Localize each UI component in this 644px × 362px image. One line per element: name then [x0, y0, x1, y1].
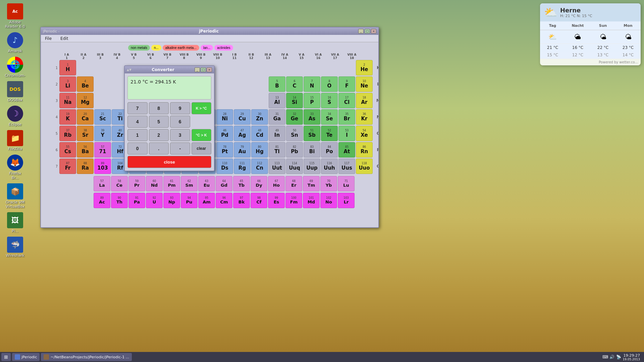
converter-titlebar[interactable]: ▲▼ Converter _ □ ×	[125, 66, 214, 73]
element-Cf[interactable]: 98Cf	[251, 193, 267, 208]
key-1[interactable]: 1	[127, 129, 148, 141]
element-Ag[interactable]: 47Ag	[234, 126, 251, 141]
element-Pr[interactable]: 59Pr	[128, 176, 145, 191]
element-I[interactable]: 53I	[338, 126, 355, 141]
element-Rg[interactable]: 111Rg	[234, 159, 251, 174]
element-Li[interactable]: 3Li	[59, 76, 76, 92]
desktop-icon-amarok[interactable]: ♪ Amarok	[2, 32, 29, 53]
element-Pb[interactable]: 82Pb	[286, 142, 303, 158]
key-ktoc[interactable]: K > °C	[192, 102, 212, 114]
element-Md[interactable]: 101Md	[303, 193, 320, 208]
element-Bk[interactable]: 97Bk	[233, 193, 250, 208]
converter-close-btn[interactable]: ×	[207, 67, 212, 72]
element-Th[interactable]: 90Th	[111, 193, 128, 208]
element-Tb[interactable]: 65Tb	[233, 176, 250, 191]
minimize-button[interactable]: _	[358, 29, 364, 34]
element-Kr[interactable]: 36Kr	[356, 109, 373, 125]
element-Au[interactable]: 79Au	[234, 142, 251, 158]
desktop-icon-virtualbox[interactable]: 📦 Oracle VMVirtualBox	[2, 183, 29, 209]
close-button[interactable]: ×	[371, 29, 376, 34]
element-Fr[interactable]: 87Fr	[59, 159, 76, 174]
element-K[interactable]: 19K	[59, 109, 76, 125]
element-N[interactable]: 7N	[304, 76, 320, 92]
close-button[interactable]: close	[127, 156, 211, 168]
tab-non-metals[interactable]: non metals	[128, 45, 150, 51]
element-Pm[interactable]: 61Pm	[163, 176, 180, 191]
key-4[interactable]: 4	[127, 116, 148, 128]
element-Tl[interactable]: 81Tl	[269, 142, 285, 158]
element-Fm[interactable]: 100Fm	[285, 193, 302, 208]
element-Sc[interactable]: 21Sc	[94, 109, 111, 125]
menu-edit[interactable]: Edit	[58, 36, 71, 42]
element-Eu[interactable]: 63Eu	[198, 176, 215, 191]
key-0[interactable]: 0	[127, 142, 148, 155]
element-C[interactable]: 6C	[286, 76, 303, 92]
element-Al[interactable]: 13Al	[269, 93, 285, 108]
taskbar-item-jperiodic[interactable]: jPeriodic	[12, 353, 40, 361]
element-H[interactable]: 1H	[59, 60, 76, 75]
element-Uup[interactable]: 115Uup	[304, 159, 320, 174]
element-Ba[interactable]: 56Ba	[77, 142, 94, 158]
element-At[interactable]: 85At	[338, 142, 355, 158]
element-Pt[interactable]: 78Pt	[216, 142, 233, 158]
element-Br[interactable]: 35Br	[338, 109, 355, 125]
key-neg[interactable]: -	[170, 142, 190, 155]
desktop-icon-pic[interactable]: 🖼 Pi...	[2, 212, 29, 233]
element-Cl[interactable]: 17Cl	[338, 93, 355, 108]
key-6[interactable]: 6	[170, 116, 190, 128]
key-8[interactable]: 8	[149, 102, 169, 114]
element-Sm[interactable]: 62Sm	[181, 176, 198, 191]
jperiodic-titlebar[interactable]: jPeriodic - jPeriodic _ □ ×	[41, 27, 378, 35]
start-button[interactable]: ⊞	[1, 353, 11, 361]
element-71[interactable]: 5771	[94, 142, 111, 158]
clear-button[interactable]: clear	[192, 142, 212, 155]
element-Mg[interactable]: 12Mg	[77, 93, 94, 108]
desktop-icon-chromium[interactable]: 🌐 Chromium-	[2, 57, 29, 78]
element-P[interactable]: 15P	[304, 93, 320, 108]
element-Sb[interactable]: 51Sb	[304, 126, 320, 141]
element-Na[interactable]: 11Na	[59, 93, 76, 108]
element-As[interactable]: 33As	[304, 109, 320, 125]
element-Zn[interactable]: 30Zn	[251, 109, 268, 125]
element-Rn[interactable]: 86Rn	[356, 142, 373, 158]
element-Ge[interactable]: 32Ge	[286, 109, 303, 125]
element-No[interactable]: 102No	[320, 193, 337, 208]
element-Hg[interactable]: 80Hg	[251, 142, 268, 158]
element-Ni[interactable]: 28Ni	[216, 109, 233, 125]
element-Y[interactable]: 39Y	[94, 126, 111, 141]
element-Am[interactable]: 95Am	[198, 193, 215, 208]
element-Lu[interactable]: 71Lu	[338, 176, 355, 191]
tab-lanthanides[interactable]: lan...	[201, 45, 213, 51]
element-Ho[interactable]: 67Ho	[268, 176, 285, 191]
element-Te[interactable]: 52Te	[321, 126, 338, 141]
element-Es[interactable]: 99Es	[268, 193, 285, 208]
element-Ra[interactable]: 88Ra	[77, 159, 94, 174]
element-Uuh[interactable]: 116Uuh	[321, 159, 338, 174]
element-Ne[interactable]: 10Ne	[356, 76, 373, 92]
desktop-icon-adobe[interactable]: Ac AdobeReader 6.0	[2, 3, 29, 29]
key-7[interactable]: 7	[127, 102, 148, 114]
element-Lr[interactable]: 103Lr	[338, 193, 355, 208]
desktop-icon-wireshark[interactable]: 🦈 Wireshark	[2, 237, 29, 258]
tab-noble[interactable]: n...	[151, 45, 161, 51]
element-Uuq[interactable]: 114Uuq	[286, 159, 303, 174]
element-F[interactable]: 9F	[338, 76, 355, 92]
desktop-icon-dosbox[interactable]: DOS DOSBox	[2, 81, 29, 102]
element-S[interactable]: 16S	[321, 93, 338, 108]
element-Er[interactable]: 68Er	[285, 176, 302, 191]
element-O[interactable]: 8O	[321, 76, 338, 92]
element-Gd[interactable]: 64Gd	[216, 176, 232, 191]
taskbar-item-netbeans[interactable]: ~/NetBeansProjects/jPeriodic/jPeriodic-1…	[41, 353, 132, 361]
maximize-button[interactable]: □	[365, 29, 370, 34]
element-Cd[interactable]: 48Cd	[251, 126, 268, 141]
element-B[interactable]: 5B	[269, 76, 285, 92]
element-Uut[interactable]: 113Uut	[269, 159, 285, 174]
element-Sn[interactable]: 50Sn	[286, 126, 303, 141]
desktop-icon-firefox[interactable]: 🦊 FirefoxBr...	[2, 155, 29, 180]
desktop-icon-filezilla[interactable]: 📁 FileZilla	[2, 130, 29, 151]
element-Ce[interactable]: 58Ce	[111, 176, 128, 191]
element-U[interactable]: 92U	[146, 193, 163, 208]
element-Cu[interactable]: 29Cu	[234, 109, 251, 125]
element-Xe[interactable]: 54Xe	[356, 126, 373, 141]
key-9[interactable]: 9	[170, 102, 190, 114]
